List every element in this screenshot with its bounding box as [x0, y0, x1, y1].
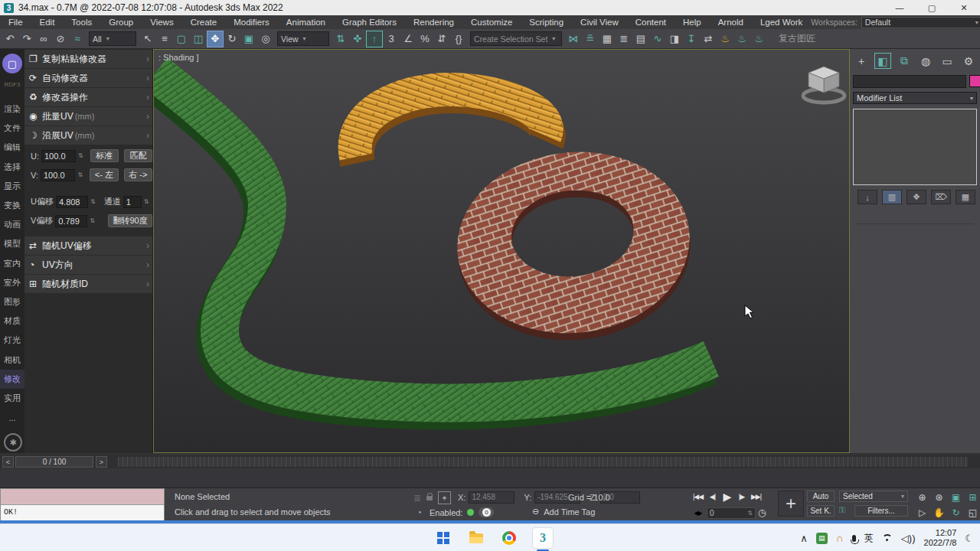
adaptive-degradation-icon[interactable]: ◔: [413, 507, 425, 518]
reference-coordinate-dropdown[interactable]: View ▾: [277, 31, 329, 46]
minimize-button[interactable]: —: [884, 0, 916, 15]
strip-item-transform[interactable]: 变换: [0, 196, 24, 215]
track-bar-strip[interactable]: [118, 457, 968, 467]
configure-modifier-sets-icon[interactable]: ▦: [956, 190, 975, 204]
menu-item[interactable]: Civil View: [572, 15, 627, 29]
window-crossing-icon[interactable]: ◫: [190, 31, 207, 47]
ribbon-icon[interactable]: ▤: [632, 31, 649, 47]
previous-frame-arrow[interactable]: <: [2, 456, 14, 468]
uv-direction-button[interactable]: ◔ UV方向 ›: [24, 256, 152, 274]
strip-item-edit[interactable]: 编辑: [0, 138, 24, 157]
zoom-all-icon[interactable]: ⊛: [931, 490, 947, 504]
modifier-ops-button[interactable]: ♻ 修改器操作 ›: [24, 88, 152, 106]
render-icon[interactable]: ♨: [750, 31, 767, 47]
3ds-max-taskbar-button[interactable]: 3: [532, 527, 554, 549]
unfold-uv-button[interactable]: ☽ 沿展UV (mm) ›: [24, 126, 152, 145]
v-offset-field[interactable]: 0.789: [55, 215, 87, 227]
pin-stack-icon[interactable]: ↓: [858, 190, 877, 204]
strip-item-modify[interactable]: 修改: [0, 370, 24, 389]
snap-toggle-3d-icon[interactable]: 3: [383, 31, 400, 47]
perspective-viewport[interactable]: : Shading ]: [153, 49, 850, 453]
strip-item-animation[interactable]: 动画: [0, 215, 24, 234]
microphone-icon[interactable]: [852, 535, 856, 542]
tab-display-icon[interactable]: ▭: [939, 53, 956, 69]
modifier-list-dropdown[interactable]: Modifier List ▾: [853, 92, 977, 104]
uv-standard-button[interactable]: 标准: [90, 149, 119, 162]
select-object-icon[interactable]: ↖: [139, 31, 156, 47]
align-icon[interactable]: ≞: [582, 31, 599, 47]
menu-item[interactable]: Rendering: [405, 15, 462, 29]
rectangular-selection-icon[interactable]: ▢: [173, 31, 190, 47]
object-color-swatch[interactable]: [969, 75, 980, 87]
strip-item-render[interactable]: 渲染: [0, 99, 24, 119]
menu-item[interactable]: Arnold: [710, 15, 752, 29]
show-end-result-icon[interactable]: ▥: [882, 190, 902, 204]
select-and-scale-icon[interactable]: ▣: [240, 31, 257, 47]
modifier-stack[interactable]: [853, 109, 977, 185]
auto-key-button[interactable]: Auto: [807, 491, 835, 502]
select-and-move-icon[interactable]: ✥: [207, 31, 224, 47]
scene-explorer-icon[interactable]: ▦: [599, 31, 616, 47]
menu-item[interactable]: Scripting: [521, 15, 572, 29]
key-filters-icon[interactable]: ⚿: [839, 505, 845, 515]
zoom-icon[interactable]: ⊕: [914, 490, 930, 504]
strip-item-display[interactable]: 显示: [0, 177, 24, 196]
strip-item-model[interactable]: 模型: [0, 234, 24, 253]
menu-item[interactable]: Animation: [278, 15, 334, 29]
next-frame-arrow[interactable]: >: [96, 456, 107, 468]
mirror-icon[interactable]: ⋈: [565, 31, 582, 47]
strip-item-exterior[interactable]: 室外: [0, 273, 24, 292]
file-explorer-button[interactable]: [466, 528, 486, 548]
menu-item[interactable]: Lged Work: [752, 15, 811, 29]
uv-match-button[interactable]: 匹配: [124, 149, 152, 162]
close-button[interactable]: ✕: [948, 0, 980, 15]
tab-create-icon[interactable]: +: [853, 53, 870, 69]
ime-indicator[interactable]: 英: [864, 532, 874, 545]
spinner-icon[interactable]: ⇅: [747, 508, 753, 518]
spinner-icon[interactable]: ⇅: [90, 218, 95, 223]
strip-item-shape[interactable]: 图形: [0, 292, 24, 311]
play-button[interactable]: ▶: [720, 490, 733, 504]
remove-modifier-icon[interactable]: ⌦: [931, 190, 951, 204]
random-uv-offset-button[interactable]: ⇄ 随机UV偏移 ›: [24, 236, 152, 255]
zoom-extents-all-icon[interactable]: ⊞: [965, 490, 980, 504]
layer-explorer-icon[interactable]: ≣: [616, 31, 632, 47]
select-and-link-icon[interactable]: ∞: [35, 31, 52, 47]
strip-item-more[interactable]: ...: [0, 408, 24, 427]
pan-icon[interactable]: ✋: [931, 505, 947, 520]
xview-icon[interactable]: ↧: [683, 31, 700, 47]
set-key-mode-button[interactable]: Set K.: [807, 505, 835, 517]
strip-item-select[interactable]: 选择: [0, 158, 24, 177]
zoom-extents-icon[interactable]: ▣: [948, 490, 964, 504]
strip-item-utility[interactable]: 实用: [0, 389, 24, 408]
enabled-toggle[interactable]: 0: [479, 507, 494, 517]
enabled-green-dot[interactable]: [467, 509, 474, 516]
unlink-selection-icon[interactable]: ⊘: [52, 31, 69, 47]
select-and-manipulate-icon[interactable]: ✜: [349, 31, 366, 47]
key-filters-button[interactable]: Filters...: [854, 505, 908, 517]
strip-item-material[interactable]: 材质: [0, 311, 24, 331]
tab-motion-icon[interactable]: ◍: [917, 53, 934, 69]
select-and-rotate-icon[interactable]: ↻: [224, 31, 240, 47]
auto-modifier-button[interactable]: ⟳ 自动修改器 ›: [24, 69, 152, 87]
menu-item[interactable]: Group: [100, 15, 142, 29]
strip-item-file[interactable]: 文件: [0, 119, 24, 138]
named-selection-set-field[interactable]: Create Selection Set ▾: [470, 31, 562, 46]
copy-paste-modifier-button[interactable]: ❐ 复制粘贴修改器 ›: [24, 50, 152, 68]
batch-uv-button[interactable]: ◉ 批量UV (mm) ›: [24, 107, 152, 126]
undo-icon[interactable]: ↶: [2, 31, 18, 47]
tab-hierarchy-icon[interactable]: ⧉: [896, 53, 913, 69]
menu-item[interactable]: Views: [142, 15, 181, 29]
orbit-icon[interactable]: ↻: [948, 505, 964, 520]
uv-right-button[interactable]: 右 ->: [124, 168, 152, 181]
go-to-end-button[interactable]: ▶▶|: [750, 490, 763, 504]
tray-app-icon[interactable]: ▤: [816, 533, 828, 544]
plugin-avatar-icon[interactable]: ▢: [2, 54, 22, 73]
redo-icon[interactable]: ↷: [18, 31, 35, 47]
curve-editor-icon[interactable]: ∿: [649, 31, 666, 47]
strip-item-interior[interactable]: 室内: [0, 254, 24, 273]
spinner-icon[interactable]: ⇅: [90, 199, 96, 204]
object-name-field[interactable]: [853, 75, 966, 88]
menu-item[interactable]: Edit: [31, 15, 64, 29]
spinner-icon[interactable]: ⇅: [144, 199, 149, 204]
